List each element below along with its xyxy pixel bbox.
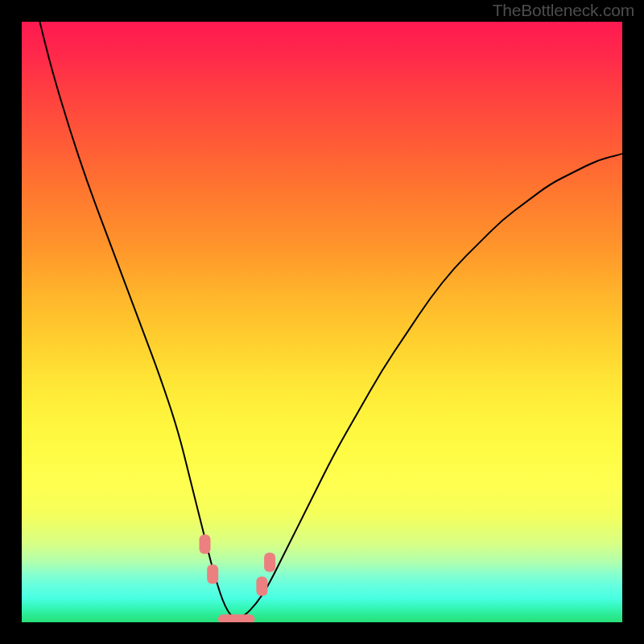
valley-marker	[200, 535, 211, 554]
valley-marker	[264, 552, 275, 572]
plot-area	[22, 22, 622, 622]
valley-markers	[200, 535, 276, 596]
chart-svg	[22, 22, 622, 622]
valley-marker	[256, 576, 267, 596]
chart-stage: TheBottleneck.com	[0, 0, 644, 644]
valley-marker	[207, 564, 218, 584]
bottleneck-curve	[39, 22, 622, 618]
watermark-label: TheBottleneck.com	[493, 1, 634, 20]
